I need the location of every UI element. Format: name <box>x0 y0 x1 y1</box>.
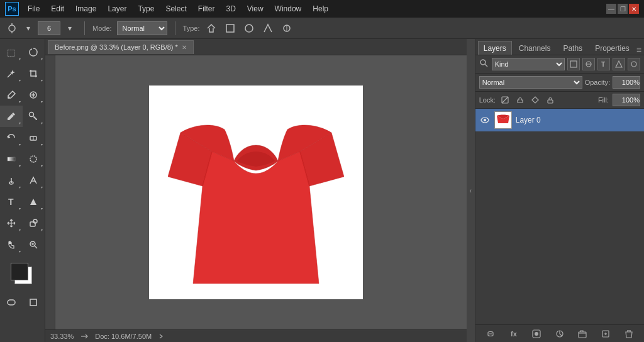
tool-row-1: ⬚▾ ▾ <box>0 41 45 63</box>
minimize-button[interactable]: — <box>606 4 616 14</box>
menu-image[interactable]: Image <box>70 3 101 14</box>
panel-options-button[interactable]: ≡ <box>636 45 641 55</box>
layer-visibility-toggle[interactable] <box>479 114 491 126</box>
tool-row-4: ▾ ▾ <box>0 106 45 127</box>
menu-edit[interactable]: Edit <box>46 3 69 14</box>
move-tool[interactable]: ▾ <box>0 212 23 234</box>
lasso-tool[interactable]: ▾ <box>23 41 45 63</box>
opacity-input[interactable] <box>613 76 640 89</box>
brush-dropdown[interactable]: ▾ <box>21 21 35 35</box>
tab-layers[interactable]: Layers <box>478 41 512 55</box>
blur-tool[interactable]: ▾ <box>23 148 45 170</box>
eraser-tool[interactable]: ▾ <box>23 127 45 148</box>
tab-paths[interactable]: Paths <box>557 41 588 55</box>
menu-help[interactable]: Help <box>308 3 333 14</box>
layers-panel: Kind T <box>475 55 644 342</box>
healing-tool[interactable]: ▾ <box>23 84 45 106</box>
link-layers-button[interactable] <box>484 328 497 340</box>
filter-smart-icon[interactable] <box>628 58 640 70</box>
window-controls: — ❐ ✕ <box>606 4 639 14</box>
menu-file[interactable]: File <box>23 3 45 14</box>
canvas-container[interactable] <box>45 55 467 329</box>
maximize-button[interactable]: ❐ <box>618 4 628 14</box>
panel-collapse-button[interactable]: ‹ <box>467 39 475 342</box>
type-tool[interactable]: T ▾ <box>0 191 23 212</box>
menu-window[interactable]: Window <box>270 3 307 14</box>
menu-3d[interactable]: 3D <box>221 3 240 14</box>
blend-mode-select[interactable]: Normal <box>479 76 582 89</box>
doc-tab-close[interactable]: ✕ <box>182 44 187 51</box>
svg-text:fx: fx <box>511 330 518 338</box>
fill-label: Fill: <box>598 96 609 104</box>
brush-tool[interactable]: ▾ <box>0 106 23 127</box>
marquee-rect-tool[interactable]: ⬚▾ <box>0 41 23 63</box>
filter-adjustment-icon[interactable] <box>582 58 595 70</box>
zoom-tool[interactable] <box>23 234 45 255</box>
type-icon-4[interactable] <box>261 21 275 35</box>
shape-tool[interactable]: ▾ <box>23 212 45 234</box>
menu-type[interactable]: Type <box>133 3 159 14</box>
menu-filter[interactable]: Filter <box>193 3 220 14</box>
dodge-tool[interactable]: ▾ <box>0 170 23 191</box>
svg-rect-25 <box>30 299 36 306</box>
svg-rect-3 <box>226 25 234 32</box>
svg-rect-35 <box>548 100 553 103</box>
type-icon-1[interactable] <box>204 21 218 35</box>
add-adjustment-button[interactable] <box>553 328 567 340</box>
filter-type-icon[interactable]: T <box>597 58 610 70</box>
close-button[interactable]: ✕ <box>629 4 639 14</box>
brush-size-input[interactable] <box>38 21 60 35</box>
document-canvas[interactable] <box>149 86 363 299</box>
tab-channels[interactable]: Channels <box>513 41 557 55</box>
foreground-color[interactable] <box>11 263 28 280</box>
delete-layer-button[interactable] <box>622 328 636 340</box>
svg-point-0 <box>9 25 15 31</box>
crop-tool[interactable]: ▾ <box>23 63 45 84</box>
lock-image-icon[interactable] <box>514 94 526 106</box>
menu-layer[interactable]: Layer <box>103 3 131 14</box>
hand-tool[interactable]: ▾ <box>0 234 23 255</box>
new-layer-button[interactable] <box>599 328 613 340</box>
lock-position-icon[interactable] <box>530 94 541 106</box>
brush-icon[interactable] <box>5 21 19 35</box>
gradient-tool[interactable]: ▾ <box>0 148 23 170</box>
filter-shape-icon[interactable] <box>613 58 625 70</box>
lock-label: Lock: <box>479 96 496 104</box>
layer-item[interactable]: Layer 0 <box>475 109 644 131</box>
document-tab[interactable]: Before.png @ 33.3% (Layer 0, RGB/8) * ✕ <box>48 40 194 54</box>
eyedropper-tool[interactable]: ▾ <box>0 84 23 106</box>
tool-row-5: ▾ ▾ <box>0 127 45 148</box>
filter-pixel-icon[interactable] <box>567 58 580 70</box>
new-group-button[interactable] <box>575 328 589 340</box>
arrow-right-icon <box>158 333 164 339</box>
quick-mask-tool[interactable] <box>0 292 23 313</box>
kind-select[interactable]: Kind <box>492 58 565 70</box>
menu-view[interactable]: View <box>242 3 269 14</box>
svg-point-8 <box>8 97 9 99</box>
type-icon-3[interactable] <box>242 21 256 35</box>
lock-transparent-icon[interactable] <box>499 94 511 106</box>
tab-properties[interactable]: Properties <box>589 41 635 55</box>
fill-input[interactable] <box>613 94 640 106</box>
brush-size-dropdown[interactable]: ▾ <box>63 21 77 35</box>
tshirt-image <box>168 95 344 290</box>
magic-wand-tool[interactable]: ▾ <box>0 63 23 84</box>
svg-point-40 <box>535 332 538 336</box>
add-mask-button[interactable] <box>530 328 543 340</box>
screen-mode-tool[interactable] <box>23 292 45 313</box>
path-selection-tool[interactable]: ▾ <box>23 191 45 212</box>
separator-1 <box>84 21 85 35</box>
brush-tool-group: ▾ ▾ <box>5 21 77 35</box>
type-icon-2[interactable] <box>223 21 237 35</box>
pen-tool[interactable]: ▾ <box>23 170 45 191</box>
foreground-background-colors[interactable] <box>11 263 35 287</box>
type-icon-5[interactable] <box>280 21 294 35</box>
add-style-button[interactable]: fx <box>507 328 521 340</box>
tool-row-3: ▾ ▾ <box>0 84 45 106</box>
menu-select[interactable]: Select <box>160 3 191 14</box>
clone-stamp-tool[interactable]: ▾ <box>23 106 45 127</box>
svg-text:T: T <box>601 61 605 68</box>
history-brush-tool[interactable]: ▾ <box>0 127 23 148</box>
mode-select[interactable]: Normal <box>117 21 167 35</box>
lock-all-icon[interactable] <box>545 94 556 106</box>
